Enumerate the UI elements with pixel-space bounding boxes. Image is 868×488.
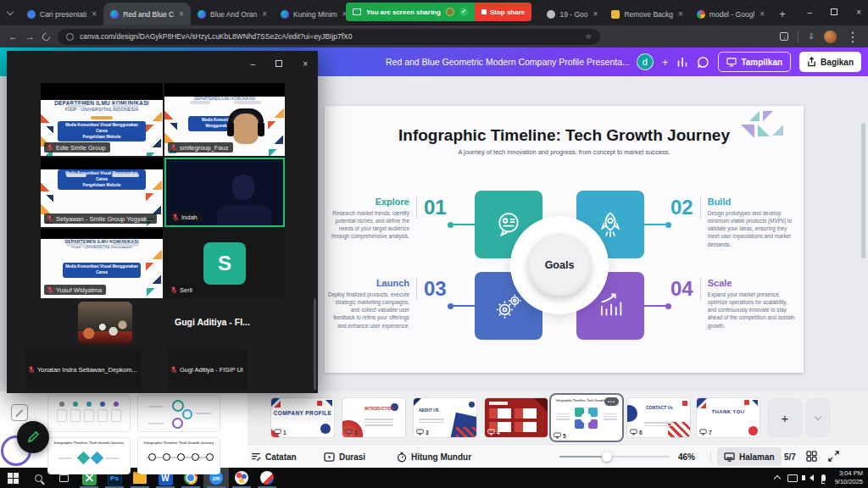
pages-icon	[724, 452, 735, 462]
bookmark-star-icon[interactable]: ☆	[585, 32, 592, 41]
step-launch[interactable]: LaunchDeploy finalized products, execute…	[328, 278, 448, 330]
address-bar[interactable]: canva.com/design/DAGykP8HEvA/sHzyLcuKbL8…	[58, 29, 600, 45]
initial-avatar: S	[203, 242, 246, 285]
browser-tab-kuning[interactable]: Kuning Minim×	[274, 3, 353, 25]
minimize-icon[interactable]: –	[251, 59, 256, 69]
slide-thumbnail-4[interactable]: 4	[485, 398, 548, 437]
template-thumbnail[interactable]	[137, 395, 220, 432]
goals-label[interactable]: Goals	[528, 234, 591, 297]
template-thumbnail[interactable]	[47, 395, 131, 432]
add-page-button[interactable]: +	[767, 398, 803, 437]
collaborator-avatar[interactable]: d	[637, 53, 654, 70]
slide-thumbnail-3[interactable]: ABOUT US 3	[414, 398, 476, 437]
browser-tab-19[interactable]: 19 - Goo×	[540, 3, 604, 25]
fullscreen-icon[interactable]	[828, 451, 839, 463]
tab-search-chevron[interactable]	[0, 0, 20, 25]
stop-share-button[interactable]: Stop share	[475, 3, 531, 21]
date: 9/10/2025	[835, 478, 863, 486]
participant-name-label: Gugi Aditiya - FISIP UI	[168, 349, 248, 390]
maximize-icon[interactable]	[831, 8, 837, 15]
new-tab-button[interactable]: +	[773, 4, 792, 23]
reload-icon[interactable]	[41, 31, 52, 42]
browser-tab-active[interactable]: Red and Blue C×	[103, 3, 191, 25]
countdown-button[interactable]: Hitung Mundur	[397, 445, 471, 469]
network-icon[interactable]	[787, 474, 798, 482]
speaker-icon[interactable]	[805, 474, 814, 481]
tray-chevron-icon[interactable]	[773, 475, 780, 482]
add-collaborator-icon[interactable]: +	[662, 56, 669, 69]
browser-tab-model[interactable]: model - Googl×	[690, 3, 771, 25]
annotation-pen-button[interactable]	[17, 421, 49, 453]
browser-tab-cari[interactable]: Cari presentati×	[20, 3, 103, 25]
zoom-meeting-window[interactable]: – × DEPARTEMEN ILMU KOMUNIKASI FISIP - U…	[7, 51, 318, 393]
duration-button[interactable]: Durasi	[324, 445, 365, 469]
maximize-icon[interactable]	[275, 60, 282, 67]
share-button[interactable]: Bagikan	[799, 52, 861, 72]
step-explore[interactable]: ExploreResearch market trends, identify …	[328, 197, 448, 241]
insights-chart-icon[interactable]	[676, 56, 688, 68]
tab-close-icon[interactable]: ×	[92, 9, 97, 19]
slide-subtitle[interactable]: A journey of tech innovation and progres…	[325, 148, 804, 156]
page-icon	[487, 429, 495, 435]
share-ok-icon[interactable]: ✓	[459, 8, 468, 16]
profile-avatar[interactable]	[824, 30, 837, 43]
tab-close-icon[interactable]: ×	[179, 9, 184, 19]
zoom-percentage[interactable]: 46%	[678, 445, 695, 469]
start-button[interactable]	[0, 468, 25, 488]
grid-view-icon[interactable]	[806, 451, 817, 463]
zoom-slider[interactable]	[559, 456, 670, 458]
microphone-icon[interactable]	[821, 474, 826, 481]
tab-close-icon[interactable]: ×	[678, 9, 683, 19]
tab-close-icon[interactable]: ×	[593, 9, 598, 19]
slide-thumbnail-2[interactable]: INTRODUCTION 2	[342, 398, 405, 437]
minimize-icon[interactable]: –	[808, 8, 813, 17]
template-thumbnail[interactable]: Infographic Timeline: Tech Growth Journe…	[137, 437, 220, 474]
current-slide[interactable]: Infographic Timeline: Tech Growth Journe…	[325, 106, 804, 373]
participant-video-edie[interactable]: DEPARTEMEN ILMU KOMUNIKASI FISIP - UNIVE…	[41, 83, 163, 156]
participant-video-serli[interactable]: S Serli	[164, 229, 285, 298]
design-title[interactable]: Red and Blue Geometric Modern Company Pr…	[386, 57, 630, 67]
collapse-filmstrip-button[interactable]	[805, 398, 831, 437]
browser-tab-blue-orange[interactable]: Blue And Oran×	[191, 3, 274, 25]
extension-icon[interactable]: ↓	[780, 32, 788, 41]
edit-image-icon[interactable]	[11, 404, 28, 421]
participant-video-indah[interactable]: Indah	[164, 158, 285, 227]
participant-video-fauz[interactable]: DEPARTEMEN ILMU KOMUNIKASI Media Komunik…	[164, 83, 285, 156]
tab-favicon	[697, 10, 705, 19]
tab-close-icon[interactable]: ×	[760, 9, 765, 19]
template-thumbnail[interactable]: Infographic Timeline: Tech Growth Journe…	[47, 437, 131, 474]
pages-view-button[interactable]: Halaman	[717, 447, 782, 466]
tab-close-icon[interactable]: ×	[262, 9, 267, 19]
slide-thumbnail-7[interactable]: THANK YOU 7	[697, 398, 760, 437]
pen-tool-app-button[interactable]	[254, 468, 280, 488]
present-button[interactable]: Tampilkan	[718, 52, 791, 72]
pause-share-icon[interactable]	[446, 8, 454, 16]
forward-icon[interactable]: →	[25, 31, 35, 42]
paint-button[interactable]	[229, 468, 254, 488]
slide-thumbnail-5-selected[interactable]: Infographic Timeline: Tech Growth Journe…	[551, 395, 622, 441]
taskbar-clock[interactable]: 3:04 PM 9/10/2025	[835, 469, 863, 486]
zoom-scrollbar[interactable]	[314, 298, 316, 390]
slide-title[interactable]: Infographic Timeline: Tech Growth Journe…	[325, 126, 804, 145]
browser-menu-icon[interactable]: ⋮	[846, 29, 860, 45]
zoom-slider-knob[interactable]	[602, 452, 612, 462]
canvas-scrollbar[interactable]	[861, 123, 865, 258]
participant-video-setyawan[interactable]: Media Komunikasi Visual Menggunakan Canv…	[41, 158, 163, 227]
close-icon[interactable]: ×	[856, 8, 861, 17]
more-options-icon[interactable]: •••	[604, 397, 619, 406]
participant-video-yonatan[interactable]	[78, 302, 132, 344]
triangle-decoration	[749, 111, 760, 121]
slide-thumbnail-1[interactable]: COMPANY PROFILE 1	[271, 398, 334, 437]
close-icon[interactable]: ×	[303, 59, 308, 69]
download-icon[interactable]: ⇩	[808, 32, 815, 41]
notes-button[interactable]: Catatan	[251, 445, 297, 469]
browser-tab-removebg[interactable]: Remove Backg×	[604, 3, 689, 25]
comment-icon[interactable]	[697, 56, 709, 69]
site-info-icon[interactable]	[66, 33, 74, 41]
step-scale[interactable]: 04 ScaleExpand your market presence, opt…	[670, 278, 799, 330]
participant-video-yusuf[interactable]: DEPARTEMEN ILMU KOMUNIKASI FISIP - UNIVE…	[41, 229, 163, 298]
back-icon[interactable]: ←	[8, 31, 18, 42]
slide-thumbnail-6[interactable]: CONTACT Us 6	[627, 398, 690, 437]
step-build[interactable]: 02 BuildDesign prototypes and develop mi…	[670, 197, 799, 248]
page-icon	[416, 429, 424, 435]
